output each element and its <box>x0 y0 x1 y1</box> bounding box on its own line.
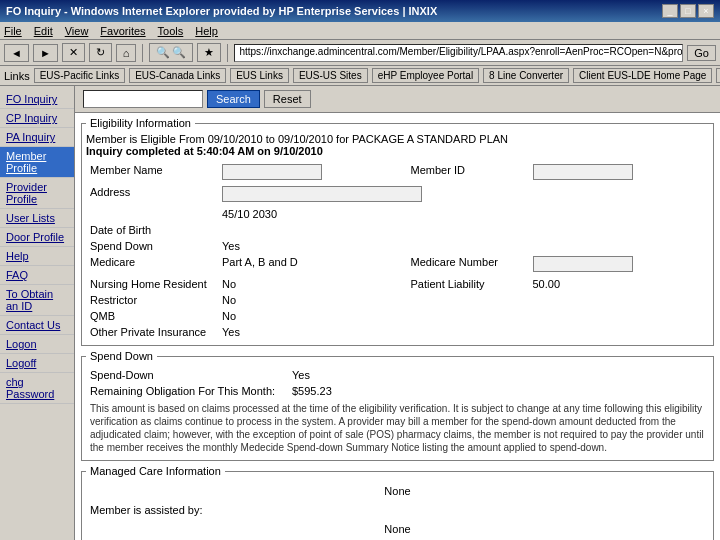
sidebar-item-provider-profile[interactable]: Provider Profile <box>0 178 74 209</box>
sidebar-item-logon[interactable]: Logon <box>0 335 74 354</box>
spend-down-legend: Spend Down <box>86 350 157 362</box>
title-bar: FO Inquiry - Windows Internet Explorer p… <box>0 0 720 22</box>
table-row: Remaining Obligation For This Month: $59… <box>88 384 707 398</box>
search-button[interactable]: Search <box>207 90 260 108</box>
refresh-button[interactable]: ↻ <box>89 43 112 62</box>
eligibility-legend: Eligibility Information <box>86 117 195 129</box>
search-bar: Search Reset <box>75 86 720 113</box>
table-row: Member is assisted by: <box>88 503 707 517</box>
sidebar-item-door-profile[interactable]: Door Profile <box>0 228 74 247</box>
menu-view[interactable]: View <box>65 25 89 37</box>
spend-down-row-value: Yes <box>290 368 707 382</box>
sidebar: FO Inquiry CP Inquiry PA Inquiry Member … <box>0 86 75 540</box>
sidebar-item-help[interactable]: Help <box>0 247 74 266</box>
link-cue-helpdesk[interactable]: CUE Helpdesk <box>716 68 720 83</box>
favorites-toolbar-button[interactable]: ★ <box>197 43 221 62</box>
search-input[interactable] <box>83 90 203 108</box>
patient-liability-label: Patient Liability <box>399 277 529 291</box>
patient-liability-value: 50.00 <box>531 277 708 291</box>
maximize-button[interactable]: □ <box>680 4 696 18</box>
eligibility-eligible-text: Member is Eligible From 09/10/2010 to 09… <box>86 133 709 145</box>
table-row: 45/10 2030 <box>88 207 707 221</box>
qmb-value: No <box>220 309 397 323</box>
other-insurance-value: Yes <box>220 325 397 339</box>
home-button[interactable]: ⌂ <box>116 44 137 62</box>
link-8line[interactable]: 8 Line Converter <box>483 68 569 83</box>
toolbar-separator <box>142 44 143 62</box>
sidebar-item-pa-inquiry[interactable]: PA Inquiry <box>0 128 74 147</box>
menu-bar: File Edit View Favorites Tools Help <box>0 22 720 40</box>
window-title: FO Inquiry - Windows Internet Explorer p… <box>6 5 437 17</box>
address-value <box>222 186 422 202</box>
toolbar: ◄ ► ✕ ↻ ⌂ 🔍 🔍 ★ https://inxchange.adminc… <box>0 40 720 66</box>
address-bar[interactable]: https://inxchange.admincentral.com/Membe… <box>234 44 683 62</box>
table-row: Member Name Member ID <box>88 163 707 183</box>
eligibility-fieldset: Eligibility Information Member is Eligib… <box>81 117 714 346</box>
medicare-number-label: Medicare Number <box>399 255 529 275</box>
member-assist-label: Member is assisted by: <box>88 503 707 517</box>
sidebar-item-user-lists[interactable]: User Lists <box>0 209 74 228</box>
sidebar-item-faq[interactable]: FAQ <box>0 266 74 285</box>
content-area: Search Reset Eligibility Information Mem… <box>75 86 720 540</box>
table-row: Spend-Down Yes <box>88 368 707 382</box>
dob-label: Date of Birth <box>88 223 218 237</box>
member-name-label: Member Name <box>88 163 218 183</box>
member-assist-none: None <box>86 519 709 539</box>
qmb-label: QMB <box>88 309 218 323</box>
nursing-home-value: No <box>220 277 397 291</box>
managed-care-none: None <box>86 481 709 501</box>
link-client-eus[interactable]: Client EUS-LDE Home Page <box>573 68 712 83</box>
table-row: Restrictor No <box>88 293 707 307</box>
search-toolbar-button[interactable]: 🔍 🔍 <box>149 43 193 62</box>
remaining-value: $595.23 <box>290 384 707 398</box>
link-eus-us[interactable]: EUS-US Sites <box>293 68 368 83</box>
link-eus[interactable]: EUS Links <box>230 68 289 83</box>
spend-down-note: This amount is based on claims processed… <box>86 400 709 456</box>
menu-file[interactable]: File <box>4 25 22 37</box>
remaining-label: Remaining Obligation For This Month: <box>88 384 288 398</box>
dob-value: 45/10 2030 <box>220 207 397 221</box>
inquiry-time: Inquiry completed at 5:40:04 AM on 9/10/… <box>86 145 709 157</box>
go-button[interactable]: Go <box>687 45 716 61</box>
link-eus-canada[interactable]: EUS-Canada Links <box>129 68 226 83</box>
table-row: Other Private Insurance Yes <box>88 325 707 339</box>
sidebar-item-cp-inquiry[interactable]: CP Inquiry <box>0 109 74 128</box>
toolbar-separator2 <box>227 44 228 62</box>
member-name-value <box>222 164 322 180</box>
sidebar-item-member-profile[interactable]: Member Profile <box>0 147 74 178</box>
spend-down-value: Yes <box>220 239 397 253</box>
sidebar-item-contact[interactable]: Contact Us <box>0 316 74 335</box>
sidebar-item-fo-inquiry[interactable]: FO Inquiry <box>0 90 74 109</box>
spend-down-fieldset: Spend Down Spend-Down Yes Remaining Obli… <box>81 350 714 461</box>
reset-button[interactable]: Reset <box>264 90 311 108</box>
managed-care-legend: Managed Care Information <box>86 465 225 477</box>
sidebar-item-logoff[interactable]: Logoff <box>0 354 74 373</box>
back-button[interactable]: ◄ <box>4 44 29 62</box>
link-eus-pacific[interactable]: EUS-Pacific Links <box>34 68 125 83</box>
menu-tools[interactable]: Tools <box>158 25 184 37</box>
menu-edit[interactable]: Edit <box>34 25 53 37</box>
table-row: Spend Down Yes <box>88 239 707 253</box>
window-controls[interactable]: _ □ × <box>662 4 714 18</box>
table-row: Date of Birth <box>88 223 707 237</box>
table-row: Address <box>88 185 707 205</box>
forward-button[interactable]: ► <box>33 44 58 62</box>
member-id-value <box>533 164 633 180</box>
table-row: Medicare Part A, B and D Medicare Number <box>88 255 707 275</box>
member-id-label: Member ID <box>399 163 529 183</box>
link-ehp-employee[interactable]: eHP Employee Portal <box>372 68 479 83</box>
minimize-button[interactable]: _ <box>662 4 678 18</box>
spend-down-row-label: Spend-Down <box>88 368 288 382</box>
eligibility-table: Member Name Member ID Address <box>86 161 709 341</box>
table-row: Nursing Home Resident No Patient Liabili… <box>88 277 707 291</box>
nursing-home-label: Nursing Home Resident <box>88 277 218 291</box>
sidebar-item-obtain-id[interactable]: To Obtain an ID <box>0 285 74 316</box>
other-insurance-label: Other Private Insurance <box>88 325 218 339</box>
close-button[interactable]: × <box>698 4 714 18</box>
sidebar-item-password[interactable]: chg Password <box>0 373 74 404</box>
table-row: QMB No <box>88 309 707 323</box>
menu-help[interactable]: Help <box>195 25 218 37</box>
menu-favorites[interactable]: Favorites <box>100 25 145 37</box>
spend-down-table: Spend-Down Yes Remaining Obligation For … <box>86 366 709 400</box>
stop-button[interactable]: ✕ <box>62 43 85 62</box>
